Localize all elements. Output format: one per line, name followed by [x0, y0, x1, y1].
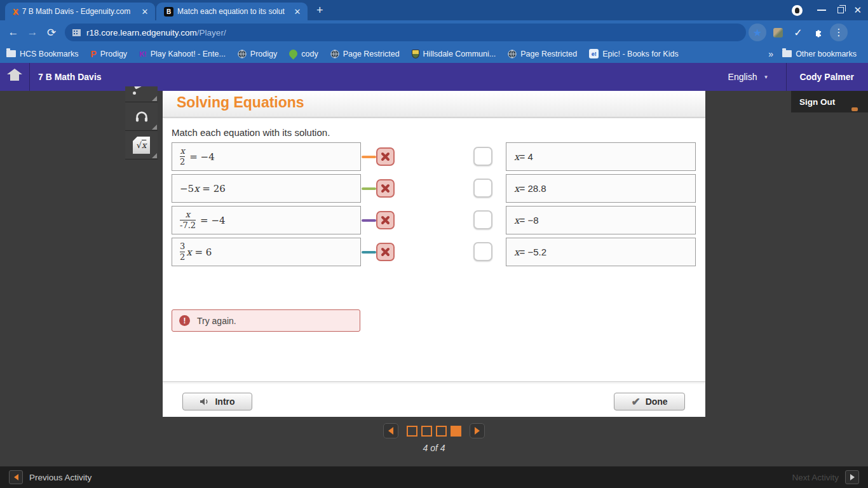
previous-activity-label[interactable]: Previous Activity	[29, 473, 92, 482]
bookmarks-bar: HCS Bookmarks PProdigy K!Play Kahoot! - …	[0, 44, 868, 63]
edgenuity-favicon-icon: X	[13, 7, 18, 17]
bookmark-prodigy-2[interactable]: Prodigy	[238, 50, 277, 58]
next-activity-button[interactable]	[845, 470, 859, 484]
activity-pagination	[0, 423, 868, 438]
x-icon	[380, 247, 391, 257]
language-selector[interactable]: English	[728, 72, 757, 82]
globe-icon	[508, 50, 517, 58]
chevron-down-icon[interactable]: ▼	[763, 74, 768, 80]
close-window-button[interactable]: ✕	[853, 0, 862, 20]
minimize-button[interactable]	[817, 0, 826, 20]
screen: X 7 B Math Davis - Edgenuity.com ✕ B Mat…	[0, 0, 868, 488]
bookmark-kahoot[interactable]: K!Play Kahoot! - Ente...	[139, 50, 226, 58]
arrow-right-icon	[475, 427, 480, 435]
leaf-icon	[289, 50, 297, 58]
answer-card-3[interactable]: x= −8	[506, 206, 696, 234]
browser-menu-icon[interactable]: ⋮	[830, 24, 848, 41]
lesson-title: Solving Equations	[163, 91, 705, 111]
done-button[interactable]: ✔ Done	[614, 393, 685, 410]
answer-card-4[interactable]: x= −5.2	[506, 238, 696, 266]
profile-avatar[interactable]	[792, 0, 803, 20]
equation-card-2[interactable]: −5x = 26	[172, 174, 361, 203]
brainly-favicon-icon: B	[164, 7, 173, 17]
prodigy-icon: P	[90, 49, 96, 59]
answer-card-2[interactable]: x= 28.8	[506, 174, 696, 203]
feedback-text: Try again.	[197, 316, 236, 326]
folder-icon	[782, 50, 792, 57]
equation-card-4[interactable]: 32 x = 6	[172, 238, 361, 266]
highlighter-icon	[134, 86, 148, 90]
headphones-icon	[133, 109, 150, 123]
match-line	[362, 156, 376, 158]
bookmark-page-restricted[interactable]: Page Restricted	[330, 50, 400, 58]
globe-icon	[238, 50, 247, 58]
browser-titlebar: X 7 B Math Davis - Edgenuity.com ✕ B Mat…	[0, 0, 868, 20]
page-square-4[interactable]	[451, 426, 461, 437]
equation-card-3[interactable]: x-7.2 = −4	[172, 206, 361, 234]
globe-icon	[330, 50, 339, 58]
bookmark-epic[interactable]: e!Epic! - Books for Kids	[589, 49, 679, 58]
extensions-puzzle-icon[interactable]	[810, 24, 827, 41]
lesson-footer: Intro ✔ Done	[163, 381, 705, 417]
page-square-2[interactable]	[421, 426, 432, 437]
lesson-header: Solving Equations	[163, 91, 705, 118]
next-page-button[interactable]	[470, 423, 485, 438]
other-bookmarks[interactable]: Other bookmarks	[782, 50, 857, 58]
remove-match-button[interactable]	[376, 211, 395, 229]
tab-close-icon[interactable]: ✕	[140, 7, 150, 17]
match-line	[362, 219, 376, 222]
bookmark-page-restricted-2[interactable]: Page Restricted	[508, 50, 577, 58]
previous-page-button[interactable]	[383, 423, 398, 438]
remove-match-button[interactable]	[376, 147, 395, 166]
home-button[interactable]	[5, 69, 24, 85]
lesson-panel: Solving Equations Match each equation wi…	[163, 91, 705, 417]
player-tool-sidebar: √x	[125, 86, 158, 159]
answer-checkbox-1[interactable]	[473, 147, 492, 166]
new-tab-button[interactable]: +	[316, 4, 323, 16]
remove-match-button[interactable]	[376, 243, 395, 261]
bookmark-cody[interactable]: cody	[289, 50, 318, 58]
bookmark-hcs[interactable]: HCS Bookmarks	[6, 50, 78, 58]
forward-button[interactable]: →	[23, 26, 42, 39]
page-counter: 4 of 4	[0, 443, 868, 453]
tab-close-icon[interactable]: ✕	[292, 7, 302, 17]
restore-button[interactable]	[837, 0, 844, 20]
reload-button[interactable]: ⟳	[42, 26, 61, 39]
address-bar[interactable]: r18.core.learn.edgenuity.com/Player/	[65, 24, 746, 41]
home-icon	[7, 69, 22, 74]
speaker-icon	[200, 397, 210, 406]
site-info-icon[interactable]	[72, 29, 81, 36]
answer-card-1[interactable]: x= 4	[506, 142, 696, 171]
highlighter-tool-button[interactable]	[125, 86, 158, 102]
back-button[interactable]: ←	[4, 26, 23, 39]
page-square-3[interactable]	[436, 426, 447, 437]
bookmark-hillsdale[interactable]: Hillsdale Communi...	[412, 50, 496, 58]
next-activity-label: Next Activity	[792, 473, 839, 482]
extension-icon[interactable]	[769, 24, 787, 41]
instruction-text: Match each equation with its solution.	[172, 127, 330, 138]
bookmark-star-icon[interactable]: ★	[749, 24, 766, 41]
bookmarks-overflow-icon[interactable]: »	[768, 49, 773, 59]
tab-title: 7 B Math Davis - Edgenuity.com	[22, 7, 136, 16]
checkmark-extension-icon[interactable]: ✓	[789, 24, 807, 41]
remove-match-button[interactable]	[376, 179, 395, 198]
previous-activity-button[interactable]	[9, 470, 23, 484]
browser-tab-edgenuity[interactable]: X 7 B Math Davis - Edgenuity.com ✕	[5, 3, 155, 20]
user-menu[interactable]: Cody Palmer	[799, 72, 854, 82]
crest-icon	[412, 50, 419, 58]
answer-checkbox-4[interactable]	[473, 242, 492, 261]
match-line	[362, 251, 376, 254]
tab-title: Match each equation to its solut	[177, 7, 288, 16]
equation-card-1[interactable]: x2 = −4	[172, 142, 361, 171]
answer-checkbox-2[interactable]	[473, 179, 492, 198]
bookmark-prodigy[interactable]: PProdigy	[90, 49, 127, 59]
browser-tab-brainly[interactable]: B Match each equation to its solut ✕	[156, 3, 308, 20]
kahoot-icon: K!	[139, 50, 147, 58]
feedback-banner: ! Try again.	[172, 309, 360, 332]
check-icon: ✔	[631, 395, 640, 409]
intro-button[interactable]: Intro	[182, 393, 252, 410]
answer-checkbox-3[interactable]	[473, 210, 492, 229]
formula-sheet-tool-button[interactable]: √x	[125, 131, 158, 159]
page-square-1[interactable]	[407, 426, 417, 437]
read-aloud-tool-button[interactable]	[125, 102, 158, 131]
